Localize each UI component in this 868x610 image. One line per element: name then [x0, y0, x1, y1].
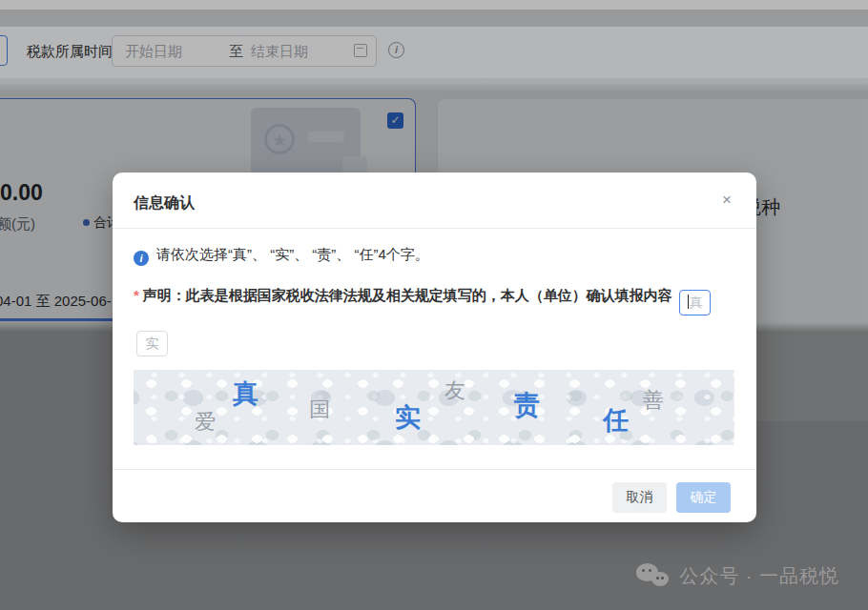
- captcha-char-ren[interactable]: 任: [603, 403, 629, 437]
- hint-row: i请依次选择“真”、 “实”、 “责”、 “任”4个字。: [134, 246, 429, 266]
- declaration-line1: *声明：此表是根据国家税收法律法规及相关规定填写的，本人（单位）确认填报内容 真…: [134, 274, 740, 356]
- wechat-icon: [636, 563, 671, 589]
- dialog-footer: 取消 确定: [113, 469, 756, 522]
- captcha-char-shi[interactable]: 实: [395, 400, 421, 435]
- watermark-text: 公众号 · 一品税悦: [679, 563, 839, 589]
- info-filled-icon: i: [134, 251, 149, 266]
- confirm-button[interactable]: 确定: [676, 482, 731, 513]
- captcha-char-zhen[interactable]: 真: [233, 376, 258, 411]
- captcha-char-you[interactable]: 友: [444, 376, 465, 405]
- watermark: 公众号 · 一品税悦: [636, 563, 839, 589]
- dialog-header: 信息确认 ×: [113, 173, 756, 229]
- cancel-button[interactable]: 取消: [612, 482, 667, 513]
- captcha-char-ze[interactable]: 责: [514, 388, 540, 422]
- captcha-input-1[interactable]: 真: [679, 290, 711, 315]
- captcha-char-guo[interactable]: 国: [309, 396, 330, 424]
- captcha-input-2[interactable]: 实: [136, 331, 168, 356]
- captcha-char-shan[interactable]: 善: [643, 386, 664, 415]
- hint-text: 请依次选择“真”、 “实”、 “责”、 “任”4个字。: [156, 246, 429, 262]
- info-confirm-dialog: 信息确认 × i请依次选择“真”、 “实”、 “责”、 “任”4个字。 *声明：…: [113, 173, 756, 522]
- captcha-image[interactable]: 爱 真 国 实 友 责 任 善: [134, 370, 734, 445]
- dialog-title: 信息确认: [134, 193, 195, 214]
- text-caret: [688, 295, 689, 309]
- close-icon[interactable]: ×: [722, 192, 732, 208]
- required-asterisk: *: [134, 287, 139, 303]
- captcha-char-ai[interactable]: 爱: [195, 408, 216, 437]
